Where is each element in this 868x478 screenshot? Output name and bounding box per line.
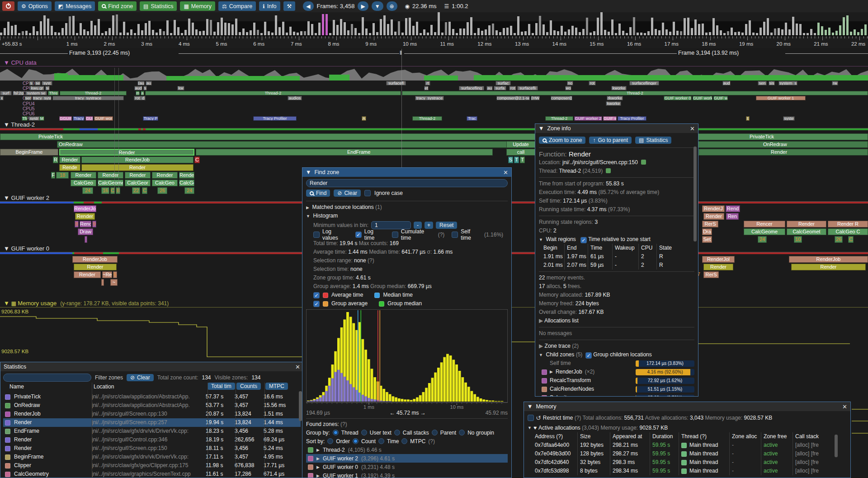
cpu-zone[interactable]: GUIF worker 0: [664, 96, 692, 100]
zone-render[interactable]: Render: [787, 221, 826, 227]
zone-renderj[interactable]: RenderJ: [702, 205, 725, 212]
statistics-panel-header[interactable]: Statistics✕: [0, 362, 303, 371]
group-by-radio-user-text[interactable]: [361, 430, 367, 435]
thread-header-guif-worker-0[interactable]: ▼ GUIF worker 0: [4, 245, 49, 252]
expand-arrow-icon[interactable]: ▶: [550, 368, 553, 376]
cpu-zone[interactable]: surfacefl: [386, 81, 406, 85]
zone-render[interactable]: Render: [703, 264, 733, 270]
zone-rend[interactable]: Rend: [80, 221, 91, 227]
cpu-zone[interactable]: m: [136, 91, 140, 95]
color-swatch[interactable]: [641, 160, 646, 165]
cpu-zone[interactable]: s: [143, 86, 147, 90]
increase-bin-button[interactable]: +: [425, 222, 433, 229]
zone-16[interactable]: 16: [101, 187, 109, 194]
cpu-zone[interactable]: kw: [177, 86, 184, 90]
statistics-row[interactable]: EndFramejni/../jni/src/claw/gfx/drv/vk/D…: [3, 427, 301, 435]
find-zone-histogram[interactable]: 1 ms10 ms: [306, 309, 508, 410]
cpu-zone[interactable]: composer@: [551, 96, 572, 100]
zone-dra[interactable]: Dra: [702, 228, 712, 235]
zone-ren[interactable]: Ren: [726, 213, 739, 220]
restrict-time-checkbox[interactable]: [528, 415, 534, 421]
statistics-row[interactable]: Renderjni/../jni/src/guif/Control.cpp:34…: [3, 435, 301, 444]
zone-renderjob[interactable]: RenderJob: [789, 256, 868, 263]
cpu-zone[interactable]: Thre: [48, 91, 59, 95]
cpu-zone[interactable]: syst: [42, 81, 52, 85]
cpu-zone[interactable]: Thread-2: [60, 91, 127, 95]
reset-button[interactable]: Reset: [436, 222, 457, 229]
cpu-zone[interactable]: systr: [28, 116, 40, 121]
cpu-zone[interactable]: Thread-2: [145, 91, 401, 95]
close-icon[interactable]: ✕: [295, 364, 300, 370]
close-icon[interactable]: ✕: [842, 403, 847, 410]
zoom-to-frame-button[interactable]: ⊕: [387, 1, 397, 11]
zone-c[interactable]: C: [848, 236, 854, 243]
cpu-zone[interactable]: tracy_systrace: [415, 96, 444, 100]
cpu-zone[interactable]: Tracy Profiler: [253, 116, 297, 121]
cpu-zone[interactable]: fsl:2g: [13, 91, 24, 95]
zone-rende[interactable]: Rende: [59, 164, 80, 171]
cpu-zone[interactable]: surfac: [495, 81, 511, 85]
cpu-zone[interactable]: wo: [565, 86, 571, 90]
zone-calcgeome[interactable]: CalcGeome: [98, 180, 123, 186]
found-zone-group[interactable]: ▶GUIF worker 1(3,192) 4.39 s: [306, 471, 508, 478]
cpu-zone[interactable]: Tracy: [73, 116, 85, 121]
zone-calcge[interactable]: CalcGe: [179, 180, 194, 186]
cpu-zone[interactable]: et: [424, 86, 429, 90]
cpu-zone[interactable]: kworke: [606, 101, 621, 106]
zone-r[interactable]: R: [53, 156, 58, 163]
zone-render[interactable]: Render: [791, 264, 866, 270]
find-zone-panel-header[interactable]: ▼Find zone✕: [302, 168, 511, 177]
cpu-zone[interactable]: a: [141, 91, 144, 95]
zone-render[interactable]: Render: [74, 271, 101, 278]
allocation-row[interactable]: 0x7e049b3d00128 bytes298.27 ms59.95 sMai…: [528, 450, 847, 458]
frame-set-button[interactable]: ▼: [372, 1, 383, 11]
child-zone-row[interactable]: ▶RenderJob(×2)4.16 ms (92.60%): [539, 368, 694, 376]
cpu-zone[interactable]: surfacefling: [459, 86, 484, 90]
cpu-zone[interactable]: s: [29, 81, 33, 85]
histogram-section-row[interactable]: ▼ Histogram: [306, 212, 508, 220]
zone-26[interactable]: 26: [835, 236, 843, 243]
sort-by-radio-time[interactable]: [378, 438, 384, 444]
checkbox-log-values[interactable]: [313, 232, 320, 238]
col-header-name[interactable]: Name: [9, 383, 24, 390]
cpu-zone[interactable]: rkworke: [607, 96, 623, 100]
zone-calcgeor[interactable]: CalcGeor: [125, 180, 151, 186]
zone-calcgeo-c[interactable]: CalcGeo C: [828, 228, 868, 235]
zone-renderjob[interactable]: RenderJob: [72, 256, 118, 263]
cpu-zone[interactable]: system_s: [778, 81, 797, 85]
child-zone-row[interactable]: CalcRenderNodes51.51 µs (1.15%): [539, 385, 694, 393]
go-to-parent-button[interactable]: ↑Go to parent: [589, 137, 632, 144]
cpu-zone[interactable]: aud: [722, 81, 731, 85]
close-icon[interactable]: ✕: [690, 125, 695, 132]
zone-render[interactable]: Render: [74, 264, 117, 270]
cpu-zone[interactable]: Th: [22, 116, 28, 121]
expand-arrow-icon[interactable]: ▶: [316, 448, 320, 452]
statistics-button[interactable]: ▤Statistics: [140, 1, 177, 11]
clear-button[interactable]: ⊘Clear: [334, 189, 361, 197]
checkbox-cumulate-time[interactable]: [392, 232, 398, 238]
zone-c[interactable]: C: [142, 187, 147, 194]
zone-call[interactable]: call: [506, 149, 535, 156]
cpu-zone[interactable]: kwu.gr: [30, 86, 44, 90]
zone-t[interactable]: T: [520, 156, 525, 163]
zone-s[interactable]: S: [508, 156, 513, 163]
child-zones-label[interactable]: Child zones: [546, 351, 575, 358]
cpu-zone[interactable]: GUIF w: [603, 116, 617, 121]
zone-24[interactable]: 24: [758, 236, 767, 243]
found-zone-group[interactable]: ▶GUIF worker 0(3,231) 4.48 s: [306, 463, 508, 471]
power-button[interactable]: [2, 1, 14, 11]
zone-8[interactable]: 8: [116, 187, 120, 194]
zone-5[interactable]: 5: [113, 271, 117, 278]
zone-render-r[interactable]: Render R: [828, 221, 868, 227]
decrease-bin-button[interactable]: -: [414, 222, 422, 229]
statistics-row[interactable]: Clipperjni/../jni/src/claw/gfx/geo/Clipp…: [3, 461, 301, 470]
cpu-zone[interactable]: GUIF worker 2: [574, 116, 602, 121]
cpu-zone[interactable]: GGUIF: [59, 116, 72, 121]
group-by-radio-call-stacks[interactable]: [394, 430, 400, 435]
cpu-zone[interactable]: Trac: [467, 116, 477, 121]
clear-filter-button[interactable]: ⊘Clear: [127, 374, 154, 381]
cpu-zone[interactable]: sis: [769, 81, 775, 85]
wait-table-row[interactable]: 2.01 ms2.07 ms59 µs-2R: [543, 261, 694, 270]
child-zone-row[interactable]: Submit35.63 µs (0.79%): [539, 393, 694, 397]
time-relative-checkbox[interactable]: ✓: [580, 237, 587, 243]
